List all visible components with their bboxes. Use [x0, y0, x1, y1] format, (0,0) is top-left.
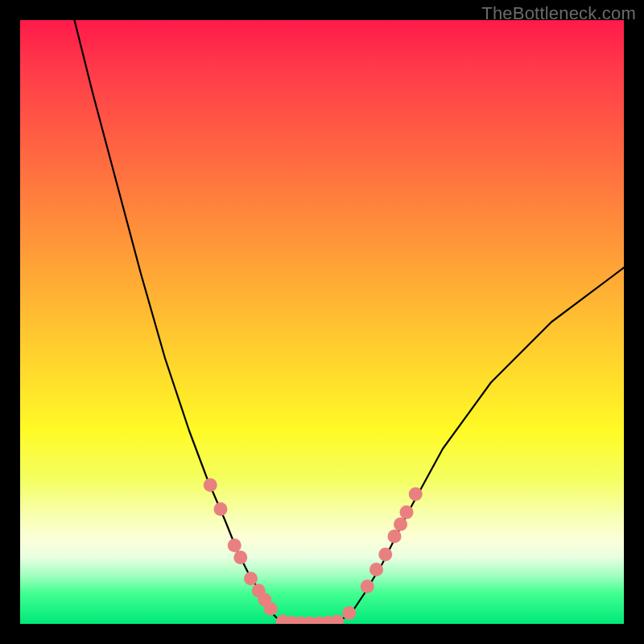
right-marker	[400, 506, 414, 519]
right-marker	[409, 487, 423, 501]
left-marker	[258, 593, 271, 607]
floor-marker	[285, 616, 299, 624]
left-marker	[252, 584, 266, 597]
right-marker	[361, 580, 374, 593]
bottleneck-curve	[75, 20, 625, 624]
curve-lines	[75, 20, 625, 624]
floor-marker	[330, 615, 344, 625]
right-marker	[342, 606, 356, 620]
floor-marker	[294, 617, 308, 624]
right-marker	[378, 547, 392, 561]
left-marker	[214, 502, 228, 516]
floor-marker	[321, 616, 335, 624]
floor-marker	[303, 617, 317, 624]
floor-marker	[312, 617, 326, 624]
right-marker	[394, 518, 407, 531]
right-marker	[388, 530, 402, 543]
left-marker	[244, 572, 258, 585]
plot-area	[20, 20, 624, 624]
chart-svg	[20, 20, 624, 624]
left-marker	[204, 478, 217, 492]
left-marker	[264, 602, 278, 616]
left-marker	[233, 551, 247, 564]
floor-marker	[276, 615, 290, 625]
data-markers	[204, 478, 423, 624]
right-marker	[369, 563, 383, 576]
chart-container: TheBottleneck.com	[0, 0, 644, 644]
left-marker	[228, 539, 242, 552]
